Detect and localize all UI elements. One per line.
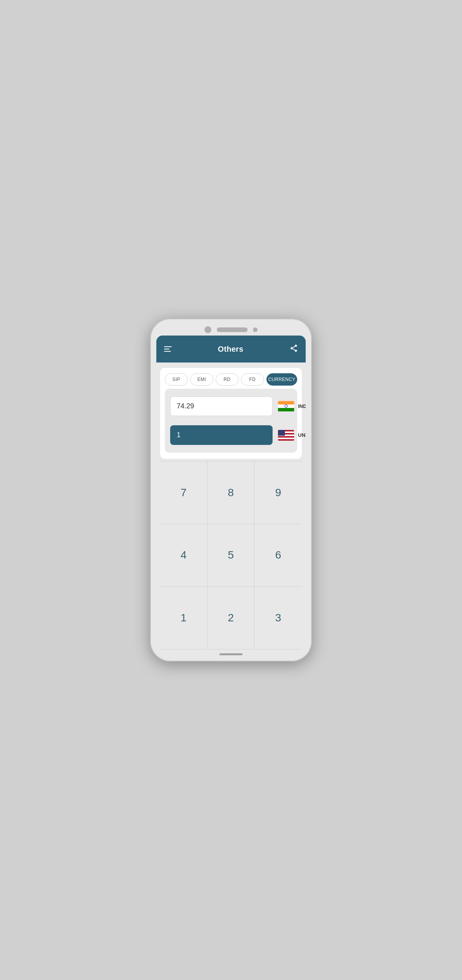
phone-top-bar (150, 319, 312, 336)
content-area: SIP EMI RD FD CURRENCY (156, 362, 306, 649)
numpad-key-5[interactable]: 5 (208, 524, 255, 587)
result-row: INDIA(IN) (170, 396, 292, 416)
speaker-grille (217, 327, 248, 332)
front-camera-left (204, 326, 211, 333)
result-currency-selector[interactable]: INDIA(IN) (278, 401, 306, 412)
svg-point-0 (295, 345, 297, 347)
numpad-key-7[interactable]: 7 (160, 461, 208, 524)
tabs-row: SIP EMI RD FD CURRENCY (165, 373, 297, 386)
menu-icon[interactable] (164, 346, 172, 352)
india-flag (278, 401, 294, 412)
phone-screen: Others SIP EMI RD FD CUR (156, 336, 306, 649)
numpad-key-6[interactable]: 6 (254, 524, 302, 587)
svg-point-2 (295, 350, 297, 352)
numpad-key-1[interactable]: 1 (160, 587, 208, 649)
input-currency-label: UNITED STATES (US) (298, 432, 306, 438)
tab-currency[interactable]: CURRENCY (266, 373, 297, 386)
tab-rd[interactable]: RD (216, 373, 239, 386)
svg-point-1 (291, 347, 293, 349)
phone-bottom-bar (150, 649, 312, 661)
phone-frame: Others SIP EMI RD FD CUR (150, 319, 312, 661)
numpad-key-4[interactable]: 4 (160, 524, 208, 587)
header-title: Others (218, 345, 243, 354)
numpad-key-2[interactable]: 2 (208, 587, 255, 649)
numpad-key-3[interactable]: 3 (254, 587, 302, 649)
result-currency-label: INDIA(IN) (298, 403, 306, 409)
us-flag (278, 430, 294, 441)
numpad: 7 8 9 4 5 6 1 2 3 (160, 461, 302, 649)
converter-card: INDIA(IN) (165, 389, 297, 453)
svg-line-4 (293, 346, 295, 348)
home-indicator (219, 653, 243, 655)
numpad-key-8[interactable]: 8 (208, 461, 255, 524)
input-amount-field[interactable] (170, 425, 273, 445)
tab-fd[interactable]: FD (241, 373, 264, 386)
tabs-container: SIP EMI RD FD CURRENCY (160, 368, 302, 459)
input-row: UNITED STATES (US) (170, 425, 292, 445)
app-header: Others (156, 336, 306, 362)
input-currency-selector[interactable]: UNITED STATES (US) (278, 430, 306, 441)
tab-sip[interactable]: SIP (165, 373, 188, 386)
svg-line-3 (293, 349, 295, 350)
front-camera-right (253, 327, 258, 332)
result-amount-input[interactable] (170, 396, 273, 416)
numpad-key-9[interactable]: 9 (254, 461, 302, 524)
tab-emi[interactable]: EMI (190, 373, 213, 386)
share-icon[interactable] (290, 344, 298, 354)
